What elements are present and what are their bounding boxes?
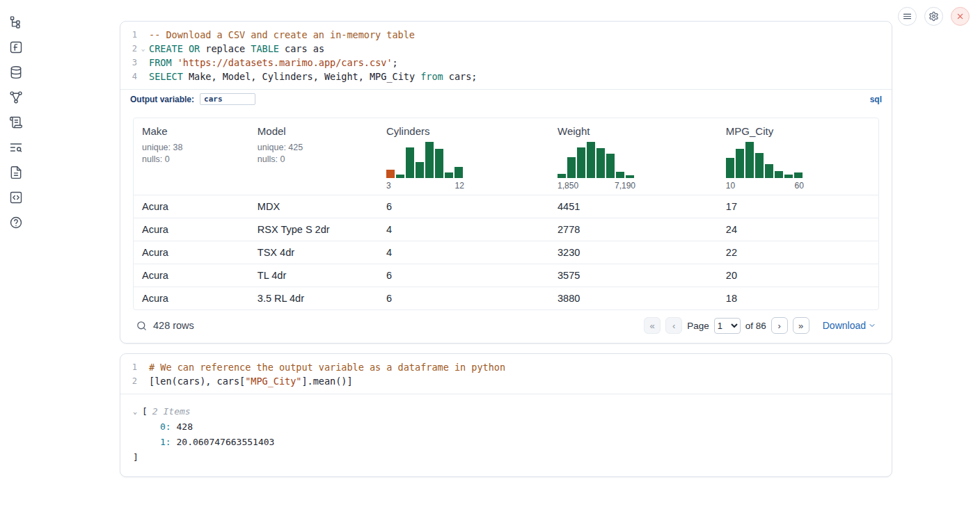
histogram-bar[interactable] [425, 142, 434, 178]
table-row[interactable]: Acura3.5 RL 4dr6388018 [134, 287, 878, 310]
table-row[interactable]: AcuraRSX Type S 2dr4277824 [134, 218, 878, 241]
gutter-spacer [137, 360, 149, 374]
tree-entry: 0: 428 [120, 419, 892, 435]
histogram-bar[interactable] [455, 167, 463, 178]
tree-entry-key: 0: [160, 421, 176, 432]
page-total-label: of 86 [745, 321, 766, 331]
histogram-bar[interactable] [416, 162, 424, 178]
histogram-bar[interactable] [736, 149, 744, 178]
page-select[interactable]: 1 [714, 318, 741, 334]
histogram-cylinders[interactable] [386, 142, 541, 178]
code-line[interactable]: 1# We can reference the output variable … [120, 360, 892, 374]
histogram-axis-labels: 1060 [726, 181, 804, 191]
datasources-icon[interactable] [9, 65, 23, 79]
table-row[interactable]: AcuraTL 4dr6357520 [134, 264, 878, 287]
table-row[interactable]: AcuraTSX 4dr4323022 [134, 241, 878, 264]
code-line[interactable]: 4SELECT Make, Model, Cylinders, Weight, … [120, 70, 892, 83]
histogram-bar[interactable] [745, 142, 754, 178]
dependency-graph-icon[interactable] [9, 90, 23, 104]
collapse-toggle-icon[interactable]: ⌄ [133, 404, 142, 419]
code-line[interactable]: 1-- Download a CSV and create an in-memo… [120, 28, 892, 42]
settings-button[interactable] [924, 7, 943, 26]
help-icon[interactable] [9, 216, 23, 230]
histogram-bar[interactable] [587, 142, 595, 178]
tree-entry: 1: 20.060747663551403 [120, 435, 892, 450]
fold-toggle-icon[interactable]: ⌄ [137, 42, 149, 56]
code-line[interactable]: 2[len(cars), cars["MPG_City"].mean()] [120, 374, 892, 388]
histogram-bar[interactable] [445, 172, 453, 178]
histogram-bar[interactable] [406, 147, 414, 178]
code-text: [len(cars), cars["MPG_City"].mean()] [149, 374, 353, 388]
column-header-weight[interactable]: Weight1,8507,190 [549, 118, 718, 195]
table-cell: 2778 [549, 218, 718, 241]
last-page-button[interactable]: » [793, 317, 809, 334]
menu-button[interactable] [898, 7, 917, 26]
axis-min-label: 1,850 [558, 181, 578, 191]
tree-entry-value: 428 [176, 421, 192, 432]
table-cell: 6 [378, 287, 549, 310]
histogram-weight[interactable] [558, 142, 709, 178]
search-icon[interactable] [136, 320, 148, 332]
histogram-bar[interactable] [386, 170, 395, 178]
scratchpad-icon[interactable] [9, 40, 23, 54]
table-of-contents-icon[interactable] [9, 140, 23, 154]
notebook-area: 1-- Download a CSV and create an in-memo… [120, 21, 892, 477]
histogram-bar[interactable] [775, 171, 783, 178]
download-label: Download [823, 320, 866, 331]
histogram-bar[interactable] [596, 148, 605, 178]
sql-code-editor[interactable]: 1-- Download a CSV and create an in-memo… [120, 22, 892, 89]
gear-icon [928, 11, 939, 22]
first-page-button[interactable]: « [644, 317, 661, 334]
logs-icon[interactable] [9, 115, 23, 129]
histogram-bar[interactable] [784, 175, 793, 178]
snippets-icon[interactable] [9, 191, 23, 204]
table-row[interactable]: AcuraMDX6445117 [134, 195, 878, 218]
histogram-bar[interactable] [396, 175, 404, 178]
column-stat: nulls: 0 [142, 154, 241, 166]
column-header-mpg_city[interactable]: MPG_City1060 [718, 118, 878, 195]
table-footer: 428 rows « ‹ Page 1 of 86 › » Download [120, 310, 892, 343]
download-button[interactable]: Download [823, 320, 876, 331]
axis-min-label: 10 [726, 181, 735, 191]
table-cell: 17 [718, 195, 878, 218]
python-code-editor[interactable]: 1# We can reference the output variable … [120, 354, 892, 394]
histogram-bar[interactable] [755, 153, 764, 178]
histogram-bar[interactable] [606, 154, 615, 178]
chevron-down-icon [868, 321, 876, 330]
histogram-bar[interactable] [435, 149, 443, 178]
histogram-mpg_city[interactable] [726, 142, 870, 178]
histogram-bar[interactable] [626, 175, 634, 178]
table-cell: Acura [134, 218, 249, 241]
language-badge: sql [870, 95, 882, 104]
line-number: 2 [120, 42, 137, 56]
code-line[interactable]: 3FROM 'https://datasets.marimo.app/cars.… [120, 56, 892, 70]
column-name: Weight [558, 125, 709, 137]
column-header-model[interactable]: Modelunique: 425nulls: 0 [249, 118, 378, 195]
table-cell: 4 [378, 218, 549, 241]
next-page-button[interactable]: › [771, 317, 788, 334]
table-cell: Acura [134, 264, 249, 287]
histogram-bar[interactable] [726, 158, 734, 178]
table-cell: 18 [718, 287, 878, 310]
file-explorer-icon[interactable] [9, 15, 23, 29]
prev-page-button[interactable]: ‹ [665, 317, 682, 334]
output-variable-label: Output variable: [130, 95, 194, 104]
histogram-bar[interactable] [577, 147, 585, 178]
table-cell: 3575 [549, 264, 718, 287]
histogram-bar[interactable] [765, 164, 773, 178]
histogram-bar[interactable] [616, 172, 624, 178]
histogram-bar[interactable] [558, 174, 566, 178]
table-cell: 22 [718, 241, 878, 264]
documentation-icon[interactable] [9, 166, 23, 179]
column-header-cylinders[interactable]: Cylinders312 [378, 118, 549, 195]
output-variable-input[interactable] [200, 93, 255, 105]
column-name: Model [258, 125, 370, 137]
code-line[interactable]: 2⌄CREATE OR replace TABLE cars as [120, 42, 892, 56]
gutter-spacer [137, 28, 149, 42]
histogram-bar[interactable] [567, 157, 576, 178]
histogram-bar[interactable] [794, 172, 803, 178]
output-variable-row: Output variable: sql [120, 89, 892, 108]
column-header-make[interactable]: Makeunique: 38nulls: 0 [134, 118, 249, 195]
shutdown-button[interactable] [951, 7, 970, 26]
pagination: « ‹ Page 1 of 86 › » Download [644, 317, 876, 334]
